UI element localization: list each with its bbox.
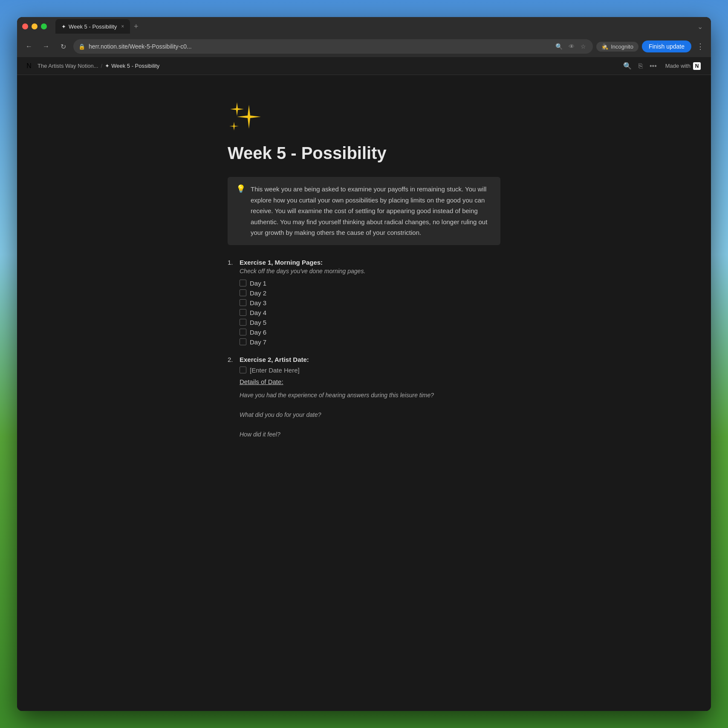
checkbox-label-day2: Day 2: [250, 289, 266, 297]
page-title: Week 5 - Possibility: [228, 143, 500, 163]
checkbox-day6[interactable]: Day 6: [240, 329, 500, 336]
finish-update-button[interactable]: Finish update: [642, 40, 691, 52]
checkbox-box-day7[interactable]: [240, 338, 246, 345]
title-bar: ✦ Week 5 - Possibility × + ⌄: [17, 17, 711, 36]
more-button[interactable]: ⋮: [695, 40, 706, 53]
exercise-1-number: 1.: [228, 259, 236, 266]
morning-pages-checkboxes: Day 1 Day 2 Day 3 Day 4: [240, 280, 500, 346]
exercise-2: 2. Exercise 2, Artist Date: [Enter Date …: [228, 356, 500, 439]
minimize-button[interactable]: [32, 23, 38, 29]
active-tab[interactable]: ✦ Week 5 - Possibility ×: [55, 19, 130, 34]
traffic-lights: [22, 23, 47, 29]
breadcrumb: The Artists Way Notion... / ✦ Week 5 - P…: [38, 63, 159, 69]
made-with-label: Made with: [665, 63, 690, 69]
question-2: What did you do for your date?: [240, 410, 500, 419]
url-text: herr.notion.site/Week-5-Possibility-c0..…: [89, 43, 550, 50]
checkbox-day7[interactable]: Day 7: [240, 338, 500, 346]
checkbox-day1[interactable]: Day 1: [240, 280, 500, 287]
checkbox-day5[interactable]: Day 5: [240, 319, 500, 326]
exercise-2-title: Exercise 2, Artist Date:: [240, 356, 309, 363]
callout-icon: 💡: [236, 184, 246, 238]
checkbox-box-day1[interactable]: [240, 280, 246, 286]
checkbox-box-day2[interactable]: [240, 289, 246, 296]
checkbox-label-day4: Day 4: [250, 309, 266, 316]
maximize-button[interactable]: [41, 23, 47, 29]
exercise-1-header: 1. Exercise 1, Morning Pages:: [228, 259, 500, 266]
exercise-1-title: Exercise 1, Morning Pages:: [240, 259, 323, 266]
incognito-label: Incognito: [611, 43, 633, 50]
checkbox-box-day3[interactable]: [240, 299, 246, 306]
tab-close-icon[interactable]: ×: [121, 23, 124, 29]
breadcrumb-sparkle-icon: ✦: [105, 63, 110, 69]
checkbox-label-day6: Day 6: [250, 329, 266, 336]
refresh-button[interactable]: ↻: [56, 40, 70, 53]
more-options-button[interactable]: •••: [648, 61, 659, 72]
close-button[interactable]: [22, 23, 28, 29]
question-3: How did it feel?: [240, 430, 500, 439]
browser-window: ✦ Week 5 - Possibility × + ⌄ ← → ↻ 🔒 her…: [17, 17, 711, 711]
back-button[interactable]: ←: [22, 40, 36, 53]
tab-favicon: ✦: [61, 23, 66, 30]
made-with-notion[interactable]: Made with N: [662, 61, 704, 72]
search-button[interactable]: 🔍: [621, 60, 633, 72]
search-icon[interactable]: 🔍: [554, 42, 564, 51]
breadcrumb-parent[interactable]: The Artists Way Notion...: [38, 63, 98, 69]
breadcrumb-separator: /: [101, 63, 103, 69]
page-icon: [228, 101, 500, 139]
breadcrumb-current-text: Week 5 - Possibility: [111, 63, 159, 69]
exercise-1-subtitle: Check off the days you've done morning p…: [240, 268, 500, 274]
checkbox-day3[interactable]: Day 3: [240, 299, 500, 306]
checkbox-enter-date[interactable]: [Enter Date Here]: [240, 367, 500, 374]
checkbox-box-day4[interactable]: [240, 309, 246, 316]
checkbox-label-day7: Day 7: [250, 338, 266, 346]
tab-dropdown-button[interactable]: ⌄: [694, 20, 706, 32]
incognito-icon: 🕵: [601, 43, 608, 50]
checkbox-label-day1: Day 1: [250, 280, 266, 287]
exercise-1: 1. Exercise 1, Morning Pages: Check off …: [228, 259, 500, 346]
checkbox-day4[interactable]: Day 4: [240, 309, 500, 316]
breadcrumb-current: ✦ Week 5 - Possibility: [105, 63, 159, 69]
notion-logo: N: [24, 61, 34, 71]
checkbox-box-day5[interactable]: [240, 319, 246, 326]
new-tab-button[interactable]: +: [130, 20, 142, 32]
enter-date-text: [Enter Date Here]: [250, 367, 300, 374]
page-inner: Week 5 - Possibility 💡 This week you are…: [211, 101, 517, 439]
lock-icon: 🔒: [78, 43, 85, 50]
page-content: Week 5 - Possibility 💡 This week you are…: [17, 75, 711, 711]
question-1: Have you had the experience of hearing a…: [240, 390, 500, 400]
artist-date-checkbox: [Enter Date Here]: [240, 367, 500, 374]
callout-block: 💡 This week you are being asked to exami…: [228, 177, 500, 245]
notion-n-icon: N: [693, 62, 701, 70]
tab-bar: ✦ Week 5 - Possibility × + ⌄: [55, 19, 706, 34]
checkbox-label-day5: Day 5: [250, 319, 266, 326]
checkbox-day2[interactable]: Day 2: [240, 289, 500, 297]
bookmark-icon[interactable]: ☆: [579, 42, 588, 51]
exercise-2-number: 2.: [228, 356, 236, 363]
notion-toolbar: N The Artists Way Notion... / ✦ Week 5 -…: [17, 57, 711, 75]
callout-text: This week you are being asked to examine…: [251, 184, 492, 238]
share-button[interactable]: ⎘: [637, 61, 644, 72]
checkbox-label-day3: Day 3: [250, 299, 266, 306]
nav-bar: ← → ↻ 🔒 herr.notion.site/Week-5-Possibil…: [17, 36, 711, 57]
forward-button[interactable]: →: [39, 40, 53, 53]
privacy-icon[interactable]: 👁: [567, 42, 576, 51]
address-actions: 🔍 👁 ☆: [554, 42, 588, 51]
checkbox-box-date[interactable]: [240, 367, 246, 373]
exercise-2-header: 2. Exercise 2, Artist Date:: [228, 356, 500, 363]
checkbox-box-day6[interactable]: [240, 329, 246, 335]
incognito-badge: 🕵 Incognito: [596, 42, 638, 52]
notion-toolbar-actions: 🔍 ⎘ ••• Made with N: [621, 60, 704, 72]
details-of-date-link[interactable]: Details of Date:: [240, 378, 500, 385]
tab-title: Week 5 - Possibility: [69, 23, 117, 30]
address-bar[interactable]: 🔒 herr.notion.site/Week-5-Possibility-c0…: [73, 39, 593, 54]
